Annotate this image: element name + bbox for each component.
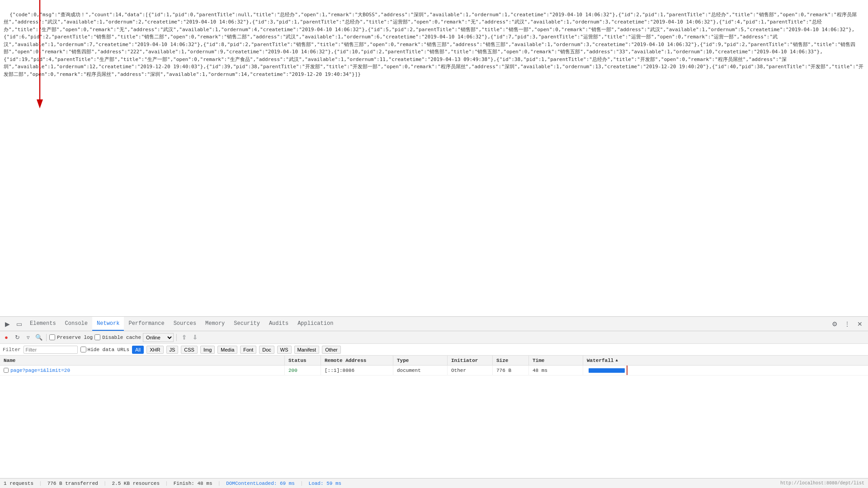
- row-waterfall-cell: [583, 366, 868, 375]
- tab-console[interactable]: Console: [61, 317, 92, 331]
- row-checkbox[interactable]: [4, 368, 9, 373]
- waterfall-sort-arrow: ▲: [615, 358, 618, 363]
- filter-font-button[interactable]: Font: [240, 346, 256, 354]
- table-row[interactable]: page?page=1&limit=20 200 [::1]:8086 docu…: [0, 366, 868, 375]
- response-text: {"code":0,"msg":"查询成功！","count":14,"data…: [4, 12, 863, 77]
- row-status-cell: 200: [285, 366, 321, 375]
- col-status-header[interactable]: Status: [285, 356, 321, 365]
- status-load[interactable]: Load: 59 ms: [309, 481, 342, 486]
- tab-elements[interactable]: Elements: [25, 317, 61, 331]
- toolbar-separator-1: [46, 334, 47, 341]
- export-har-button[interactable]: ⇩: [190, 333, 199, 342]
- preserve-log-checkbox[interactable]: [49, 334, 55, 340]
- hide-data-urls-text: Hide data URLs: [88, 347, 129, 352]
- tab-application[interactable]: Application: [293, 317, 338, 331]
- inspect-element-button[interactable]: ▶: [2, 319, 13, 329]
- status-requests: 1 requests: [4, 481, 33, 486]
- row-remote-address-cell: [::1]:8086: [321, 366, 393, 375]
- col-time-header[interactable]: Time: [529, 356, 583, 365]
- empty-table-area: [0, 375, 868, 443]
- settings-button[interactable]: ⚙: [829, 319, 840, 329]
- devtools-panel: ▶ ▭ Elements Console Network Performance…: [0, 316, 868, 488]
- toolbar-separator-2: [176, 334, 177, 341]
- filter-js-button[interactable]: JS: [166, 346, 179, 354]
- filter-img-button[interactable]: Img: [200, 346, 215, 354]
- row-time-cell: 48 ms: [529, 366, 583, 375]
- preserve-log-text: Preserve log: [57, 335, 93, 340]
- close-devtools-button[interactable]: ✕: [854, 319, 865, 329]
- network-table-body: page?page=1&limit=20 200 [::1]:8086 docu…: [0, 366, 868, 478]
- tab-security[interactable]: Security: [229, 317, 264, 331]
- network-toolbar: ● ↻ ▿ 🔍 Preserve log Disable cache Onlin…: [0, 331, 868, 344]
- disable-cache-text: Disable cache: [102, 335, 141, 340]
- filter-other-button[interactable]: Other: [322, 346, 341, 354]
- status-transferred: 776 B transferred: [47, 481, 98, 486]
- filter-all-button[interactable]: All: [132, 346, 144, 354]
- device-toolbar-button[interactable]: ▭: [14, 319, 24, 329]
- devtools-statusbar: 1 requests | 776 B transferred | 2.5 KB …: [0, 478, 868, 488]
- row-name-cell: page?page=1&limit=20: [0, 366, 285, 375]
- record-button[interactable]: ●: [2, 333, 11, 342]
- col-size-header[interactable]: Size: [493, 356, 529, 365]
- status-finish: Finish: 48 ms: [174, 481, 212, 486]
- row-initiator-cell: Other: [448, 366, 493, 375]
- import-har-button[interactable]: ⇧: [179, 333, 189, 342]
- throttle-select[interactable]: Online Fast 3G Slow 3G Offline: [143, 333, 174, 342]
- col-remote-address-header[interactable]: Remote Address: [321, 356, 393, 365]
- devtools-right-controls: ⚙ ⋮ ✕: [829, 319, 866, 329]
- network-filter-row: Filter Hide data URLs All XHR JS CSS Img…: [0, 344, 868, 356]
- tab-performance[interactable]: Performance: [124, 317, 169, 331]
- filter-input[interactable]: [24, 346, 78, 354]
- waterfall-bar: [589, 368, 625, 373]
- tab-memory[interactable]: Memory: [201, 317, 229, 331]
- hide-data-urls-label[interactable]: Hide data URLs: [80, 347, 129, 352]
- tab-sources[interactable]: Sources: [169, 317, 201, 331]
- status-url-info: http://localhost:8080/dept/list: [780, 481, 864, 486]
- preserve-log-label[interactable]: Preserve log: [49, 334, 93, 340]
- col-initiator-header[interactable]: Initiator: [448, 356, 493, 365]
- search-button[interactable]: 🔍: [34, 333, 43, 342]
- filter-xhr-button[interactable]: XHR: [146, 346, 163, 354]
- filter-ws-button[interactable]: WS: [277, 346, 292, 354]
- hide-data-urls-checkbox[interactable]: [80, 347, 86, 352]
- row-type-cell: document: [393, 366, 448, 375]
- disable-cache-checkbox[interactable]: [94, 334, 100, 340]
- devtools-tabs-bar: ▶ ▭ Elements Console Network Performance…: [0, 317, 868, 331]
- svg-marker-1: [37, 99, 43, 108]
- filter-manifest-button[interactable]: Manifest: [294, 346, 320, 354]
- status-dom-content-loaded[interactable]: DOMContentLoaded: 69 ms: [226, 481, 295, 486]
- filter-label: Filter: [3, 347, 21, 352]
- col-waterfall-header[interactable]: Waterfall ▲: [583, 356, 868, 365]
- tab-network[interactable]: Network: [92, 317, 124, 331]
- col-name-header[interactable]: Name: [0, 356, 285, 365]
- status-resources: 2.5 KB resources: [112, 481, 160, 486]
- clear-button[interactable]: ↻: [13, 333, 22, 342]
- row-size-cell: 776 B: [493, 366, 529, 375]
- waterfall-marker: [627, 366, 627, 375]
- col-type-header[interactable]: Type: [393, 356, 448, 365]
- filter-button[interactable]: ▿: [24, 333, 33, 342]
- tab-audits[interactable]: Audits: [264, 317, 293, 331]
- disable-cache-label[interactable]: Disable cache: [94, 334, 141, 340]
- more-options-button[interactable]: ⋮: [842, 319, 853, 329]
- filter-doc-button[interactable]: Doc: [259, 346, 274, 354]
- filter-css-button[interactable]: CSS: [181, 346, 198, 354]
- network-table-header: Name Status Remote Address Type Initiato…: [0, 356, 868, 366]
- filter-media-button[interactable]: Media: [217, 346, 237, 354]
